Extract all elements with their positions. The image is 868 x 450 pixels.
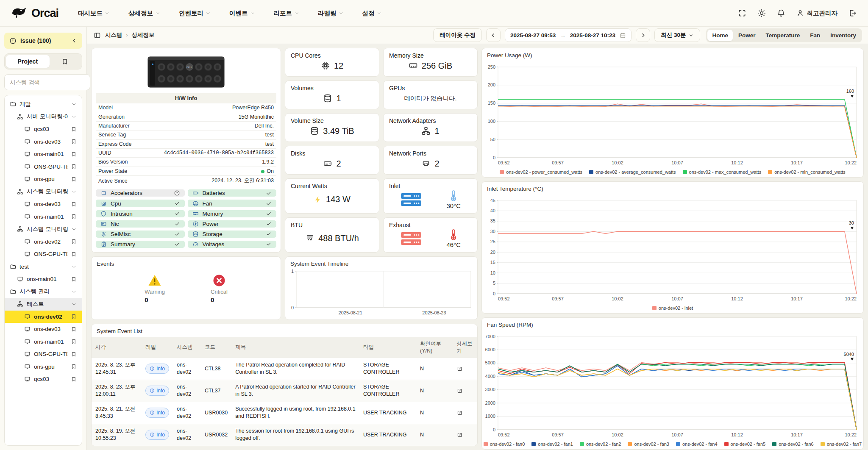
tree-item-qcs03[interactable]: qcs03 xyxy=(5,373,82,386)
event-detail-link-icon[interactable] xyxy=(456,410,473,416)
tab-fan[interactable]: Fan xyxy=(805,30,825,41)
tree-item-개발[interactable]: 개발 xyxy=(5,98,82,111)
bookmark-icon[interactable] xyxy=(71,214,77,219)
prev-range-button[interactable] xyxy=(486,28,501,42)
tab-home[interactable]: Home xyxy=(707,30,733,41)
legend-ons-dev02-min-consumed-watts[interactable]: ons-dev02 - min_consumed_watts xyxy=(768,169,846,175)
menu-6[interactable]: 설정 xyxy=(362,9,382,17)
chevron-down-icon[interactable] xyxy=(71,189,77,194)
bookmark-icon[interactable] xyxy=(71,239,77,244)
issue-button[interactable]: Issue (100) xyxy=(4,33,82,49)
health-chip-power[interactable]: Power xyxy=(188,220,277,228)
tab-power[interactable]: Power xyxy=(734,30,760,41)
tree-item-ons-main01[interactable]: ons-main01 xyxy=(5,336,82,348)
event-detail-link-icon[interactable] xyxy=(456,366,473,372)
legend-ons-dev02-inlet[interactable]: ons-dev02 - inlet xyxy=(652,306,693,311)
tab-project[interactable]: Project xyxy=(6,55,50,68)
tree-item-ons-gpu[interactable]: ons-gpu xyxy=(5,173,82,186)
health-chip-batteries[interactable]: Batteries xyxy=(188,189,277,197)
event-detail-link-icon[interactable] xyxy=(456,432,473,438)
panel-toggle-icon[interactable] xyxy=(94,32,101,39)
tree-item-ons-gpu-test[interactable]: ONS-GPU-TEST xyxy=(5,348,82,361)
bookmark-icon[interactable] xyxy=(71,376,77,382)
bookmark-icon[interactable] xyxy=(71,201,77,207)
layout-edit-button[interactable]: 레이아웃 수정 xyxy=(433,28,482,42)
tree-item-ons-dev03[interactable]: ons-dev03 xyxy=(5,323,82,336)
bookmark-icon[interactable] xyxy=(71,314,77,319)
tree-item-ons-main01[interactable]: ons-main01 xyxy=(5,211,82,223)
menu-1[interactable]: 상세정보 xyxy=(128,9,160,17)
breadcrumb-system[interactable]: 시스템 xyxy=(105,31,122,39)
health-chip-fan[interactable]: Fan xyxy=(188,200,277,207)
legend-ons-dev02-fan3[interactable]: ons-dev02 - fan3 xyxy=(628,442,669,447)
menu-3[interactable]: 이벤트 xyxy=(229,9,255,17)
bookmark-icon[interactable] xyxy=(71,339,77,344)
health-chip-storage[interactable]: Storage xyxy=(188,231,277,238)
legend-ons-dev02-fan2[interactable]: ons-dev02 - fan2 xyxy=(580,442,621,447)
tree-item-서버-모니터링-01[interactable]: 서버 모니터링-01 xyxy=(5,111,82,123)
legend-ons-dev02-average-consumed-watts[interactable]: ons-dev02 - average_consumed_watts xyxy=(589,169,676,175)
legend-ons-dev02-fan6[interactable]: ons-dev02 - fan6 xyxy=(772,442,814,447)
system-search-input[interactable] xyxy=(4,74,90,90)
bookmark-icon[interactable] xyxy=(71,126,77,132)
legend-ons-dev02-fan1[interactable]: ons-dev02 - fan1 xyxy=(531,442,573,447)
menu-4[interactable]: 리포트 xyxy=(274,9,300,17)
bookmark-icon[interactable] xyxy=(71,351,77,357)
legend-ons-dev02-fan7[interactable]: ons-dev02 - fan7 xyxy=(821,442,862,447)
health-chip-summary[interactable]: Summary xyxy=(96,241,185,248)
event-detail-link-icon[interactable] xyxy=(456,388,473,394)
tree-item-ons-dev03[interactable]: ons-dev03 xyxy=(5,198,82,211)
health-chip-intrusion[interactable]: Intrusion xyxy=(96,210,185,217)
chevron-down-icon[interactable] xyxy=(71,226,77,232)
health-chip-accelerators[interactable]: Accelerators xyxy=(96,189,185,197)
tree-item-ons-gpu-test[interactable]: ONS-GPU-TEST xyxy=(5,248,82,261)
health-chip-memory[interactable]: Memory xyxy=(188,210,277,217)
health-chip-cpu[interactable]: Cpu xyxy=(96,200,185,207)
tree-item-ons-gpu-test[interactable]: ONS-GPU-TEST xyxy=(5,161,82,173)
collapse-sidebar-icon[interactable] xyxy=(71,38,77,44)
tree-item-ons-dev02[interactable]: ons-dev02 xyxy=(5,311,82,323)
bookmark-icon[interactable] xyxy=(71,326,77,332)
chevron-down-icon[interactable] xyxy=(71,101,77,107)
tree-item-ons-main01[interactable]: ons-main01 xyxy=(5,273,82,286)
notifications-bell-icon[interactable] xyxy=(777,9,785,17)
logout-icon[interactable] xyxy=(849,9,857,17)
bookmark-icon[interactable] xyxy=(71,164,77,169)
legend-ons-dev02-fan5[interactable]: ons-dev02 - fan5 xyxy=(724,442,766,447)
legend-ons-dev02-max-consumed-watts[interactable]: ons-dev02 - max_consumed_watts xyxy=(683,169,762,175)
tree-item-시스템-모니터링-02[interactable]: 시스템 모니터링-02 xyxy=(5,186,82,198)
tree-item-ons-dev02[interactable]: ons-dev02 xyxy=(5,236,82,248)
chevron-down-icon[interactable] xyxy=(71,114,77,119)
tree-item-qcs03[interactable]: qcs03 xyxy=(5,123,82,136)
legend-ons-dev02-fan0[interactable]: ons-dev02 - fan0 xyxy=(484,442,525,447)
legend-ons-dev02-power-consumed-watts[interactable]: ons-dev02 - power_consumed_watts xyxy=(500,169,582,175)
chevron-down-icon[interactable] xyxy=(71,289,77,294)
tree-item-test[interactable]: test xyxy=(5,261,82,273)
tree-item-ons-dev03[interactable]: ons-dev03 xyxy=(5,136,82,148)
health-chip-voltages[interactable]: Voltages xyxy=(188,241,277,248)
menu-2[interactable]: 인벤토리 xyxy=(179,9,211,17)
tree-item-시스템-관리[interactable]: 시스템 관리 xyxy=(5,286,82,298)
time-range-select[interactable]: 최신 30분 xyxy=(654,28,700,42)
tab-inventory[interactable]: Inventory xyxy=(826,30,861,41)
tab-bookmarks[interactable] xyxy=(50,55,81,68)
health-chip-selmisc[interactable]: SelMisc xyxy=(96,231,185,238)
tree-item-테스트[interactable]: 테스트 xyxy=(5,298,82,311)
bookmark-icon[interactable] xyxy=(71,176,77,182)
chevron-down-icon[interactable] xyxy=(71,264,77,269)
fullscreen-icon[interactable] xyxy=(738,9,746,17)
bookmark-icon[interactable] xyxy=(71,276,77,282)
tree-item-ons-main01[interactable]: ons-main01 xyxy=(5,148,82,161)
legend-ons-dev02-fan4[interactable]: ons-dev02 - fan4 xyxy=(676,442,718,447)
date-range-picker[interactable]: 2025-08-27 09:53 → 2025-08-27 10:23 xyxy=(505,28,632,42)
tree-item-ons-gpu[interactable]: ons-gpu xyxy=(5,361,82,373)
tree-item-시스템-모니터링-03[interactable]: 시스템 모니터링-03 xyxy=(5,223,82,236)
bookmark-icon[interactable] xyxy=(71,139,77,144)
bookmark-icon[interactable] xyxy=(71,364,77,369)
next-range-button[interactable] xyxy=(636,28,650,42)
menu-0[interactable]: 대시보드 xyxy=(78,9,110,17)
brand-logo[interactable]: Orcai xyxy=(11,7,58,20)
theme-toggle-icon[interactable] xyxy=(757,9,766,17)
bookmark-icon[interactable] xyxy=(71,151,77,157)
bookmark-icon[interactable] xyxy=(71,251,77,257)
